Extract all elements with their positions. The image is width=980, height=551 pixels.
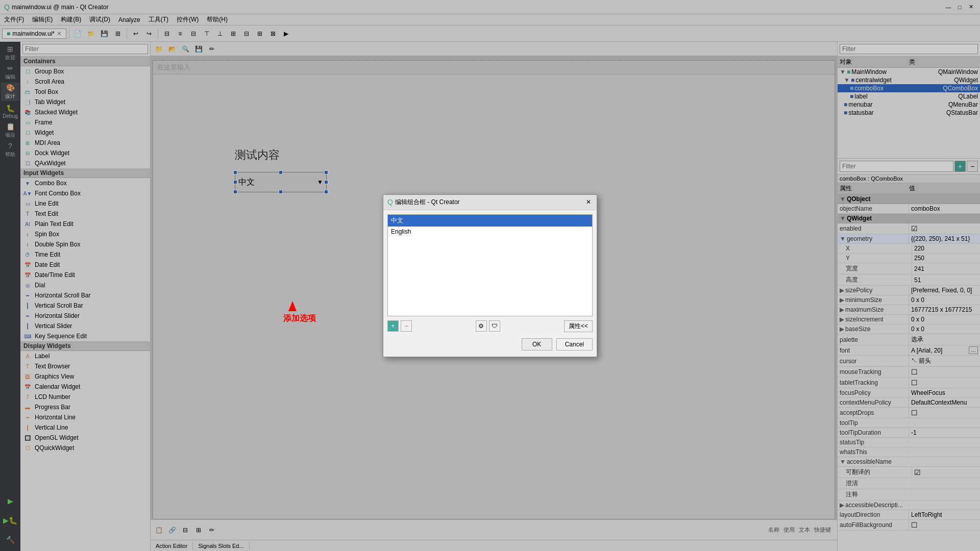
dialog-remove-item-btn[interactable]: − xyxy=(401,320,412,332)
dialog-title: 编辑组合框 - Qt Creator xyxy=(395,198,460,207)
edit-combo-dialog: Q 编辑组合框 - Qt Creator ✕ 中文 English + − ⚙ … xyxy=(383,194,597,357)
dialog-toolbar: + − ⚙ 🛡 属性<< xyxy=(387,320,593,332)
dialog-shield-btn[interactable]: 🛡 xyxy=(489,320,500,332)
dialog-item-list[interactable]: 中文 English xyxy=(387,214,593,316)
dialog-icon-btns: ⚙ 🛡 xyxy=(476,320,500,332)
annotation-text: 添加选项 xyxy=(283,313,316,324)
dialog-settings-btn[interactable]: ⚙ xyxy=(476,320,487,332)
dialog-add-item-btn[interactable]: + xyxy=(387,320,399,332)
dialog-properties-btn[interactable]: 属性<< xyxy=(564,320,593,332)
dialog-title-bar: Q 编辑组合框 - Qt Creator ✕ xyxy=(383,195,597,210)
dialog-title-area: Q 编辑组合框 - Qt Creator xyxy=(387,198,460,207)
annotation-area: 添加选项 xyxy=(283,301,316,324)
dialog-close-btn[interactable]: ✕ xyxy=(584,198,593,206)
dialog-icon: Q xyxy=(387,198,393,206)
dialog-cancel-button[interactable]: Cancel xyxy=(556,338,593,350)
dialog-list-item-english[interactable]: English xyxy=(388,227,592,237)
dialog-content: 中文 English + − ⚙ 🛡 属性<< OK Cancel xyxy=(383,210,597,357)
dialog-list-item-chinese[interactable]: 中文 xyxy=(388,215,592,227)
annotation-arrow-up xyxy=(288,301,297,311)
dialog-overlay: Q 编辑组合框 - Qt Creator ✕ 中文 English + − ⚙ … xyxy=(0,0,980,551)
dialog-action-buttons: OK Cancel xyxy=(387,336,593,353)
dialog-ok-button[interactable]: OK xyxy=(522,338,552,350)
